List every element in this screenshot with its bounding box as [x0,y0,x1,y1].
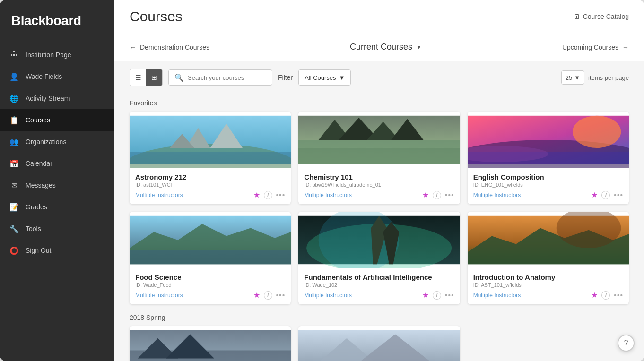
course-card-c6[interactable]: Introduction to Anatomy ID: AST_101_wfie… [468,212,629,304]
arrow-right-icon: → [622,43,629,51]
courses-area: Favorites Astronomy 212 ID: ast101_WCF M… [114,94,644,361]
course-card-c2[interactable]: Chemistry 101 ID: bbw19WFields_ultrademo… [298,112,460,204]
star-button-c5[interactable]: ★ [422,291,429,300]
svg-rect-5 [130,152,291,164]
sidebar-item-activity-stream[interactable]: 🌐 Activity Stream [0,87,114,109]
nav-next[interactable]: Upcoming Courses → [562,43,629,51]
more-button-c5[interactable]: ••• [445,291,454,300]
course-card-c5[interactable]: Fundamentals of Artificial Intelligence … [298,212,460,304]
card-id-c3: ID: ENG_101_wfields [473,182,623,188]
per-page-select[interactable]: 25 ▼ [561,70,584,85]
course-catalog-link[interactable]: 🗓 Course Catalog [574,13,629,20]
courses-icon: 📋 [9,115,19,125]
top-header: Courses 🗓 Course Catalog [114,0,644,33]
card-image-c5 [298,212,460,268]
star-button-c6[interactable]: ★ [591,291,598,300]
card-instructors-c6[interactable]: Multiple Instructors [473,292,521,299]
info-button-c3[interactable]: i [601,191,610,199]
card-instructors-c4[interactable]: Multiple Instructors [135,292,183,299]
info-button-c6[interactable]: i [601,291,610,300]
card-instructors-c2[interactable]: Multiple Instructors [304,192,352,198]
info-button-c5[interactable]: i [433,291,441,300]
search-box: 🔍 [168,69,272,86]
more-button-c1[interactable]: ••• [276,191,286,199]
course-card-c7[interactable] [130,326,291,361]
sidebar-item-label: Organizations [26,138,66,146]
sidebar-item-calendar[interactable]: 📅 Calendar [0,153,114,174]
institution-page-icon: 🏛 [9,50,19,60]
sidebar-item-label: Activity Stream [26,95,70,102]
card-title-c1: Astronomy 212 [135,173,285,181]
main-wrapper: Courses 🗓 Course Catalog ← Demonstration… [114,0,644,361]
info-button-c2[interactable]: i [433,191,441,199]
card-instructors-c1[interactable]: Multiple Instructors [135,192,183,198]
star-button-c2[interactable]: ★ [422,190,429,199]
calendar-icon: 📅 [9,159,19,168]
more-button-c4[interactable]: ••• [276,291,286,300]
course-card-c4[interactable]: Food Science ID: Wade_Food Multiple Inst… [130,212,291,304]
current-courses-label: Current Courses [350,42,412,52]
activity-stream-icon: 🌐 [9,94,19,103]
card-title-c6: Introduction to Anatomy [473,273,623,281]
help-button[interactable]: ? [618,335,635,352]
sidebar-item-courses[interactable]: 📋 Courses [0,109,114,131]
course-card-c8[interactable] [298,326,460,361]
search-input[interactable] [188,74,266,81]
sign-out-icon: ⭕ [9,246,19,255]
star-button-c1[interactable]: ★ [253,190,260,199]
sidebar-navigation: 🏛 Institution Page 👤 Wade Fields 🌐 Activ… [0,40,114,361]
card-footer-c1: Multiple Instructors ★ i ••• [135,190,285,199]
view-toggle: ☰ ⊞ [130,69,163,86]
star-button-c4[interactable]: ★ [253,291,260,300]
info-button-c4[interactable]: i [264,291,272,300]
nav-back[interactable]: ← Demonstration Courses [130,43,209,51]
card-body-c2: Chemistry 101 ID: bbw19WFields_ultrademo… [298,168,460,204]
more-button-c6[interactable]: ••• [614,291,623,300]
card-footer-c3: Multiple Instructors ★ i ••• [473,190,623,199]
more-button-c3[interactable]: ••• [614,191,623,199]
sidebar-item-tools[interactable]: 🔧 Tools [0,218,114,240]
card-title-c3: English Composition [473,173,623,181]
sidebar-item-messages[interactable]: ✉ Messages [0,174,114,196]
filter-dropdown[interactable]: All Courses ▼ [298,69,351,86]
card-title-c4: Food Science [135,273,285,281]
dropdown-arrow-icon: ▼ [416,44,422,51]
star-button-c3[interactable]: ★ [591,190,598,199]
course-card-c3[interactable]: English Composition ID: ENG_101_wfields … [468,112,629,204]
search-icon: 🔍 [174,73,184,82]
card-body-c6: Introduction to Anatomy ID: AST_101_wfie… [468,268,629,304]
card-image-c4 [130,212,291,268]
sidebar-item-organizations[interactable]: 👥 Organizations [0,131,114,153]
more-button-c2[interactable]: ••• [445,191,454,199]
course-grid-1 [130,326,629,361]
list-view-button[interactable]: ☰ [130,69,146,86]
card-footer-c6: Multiple Instructors ★ i ••• [473,291,623,300]
sidebar-item-institution-page[interactable]: 🏛 Institution Page [0,44,114,66]
sidebar-item-label: Messages [26,181,56,189]
organizations-icon: 👥 [9,137,19,146]
course-card-c1[interactable]: Astronomy 212 ID: ast101_WCF Multiple In… [130,112,291,204]
card-id-c6: ID: AST_101_wfields [473,282,623,288]
card-actions-c3: ★ i ••• [591,190,623,199]
svg-rect-20 [130,250,291,264]
card-body-c3: English Composition ID: ENG_101_wfields … [468,168,629,204]
nav-current[interactable]: Current Courses ▼ [350,42,422,52]
per-page-value: 25 [566,74,572,81]
sidebar-item-wade-fields[interactable]: 👤 Wade Fields [0,66,114,87]
courses-nav-bar: ← Demonstration Courses Current Courses … [114,33,644,61]
grid-view-button[interactable]: ⊞ [146,69,162,86]
per-page-dropdown-icon: ▼ [574,74,580,81]
svg-rect-12 [298,148,460,164]
sidebar-item-sign-out[interactable]: ⭕ Sign Out [0,240,114,261]
card-actions-c2: ★ i ••• [422,190,454,199]
info-button-c1[interactable]: i [264,191,272,199]
sidebar-item-grades[interactable]: 📝 Grades [0,196,114,218]
card-body-c1: Astronomy 212 ID: ast101_WCF Multiple In… [130,168,291,204]
toolbar: ☰ ⊞ 🔍 Filter All Courses ▼ 25 ▼ [114,61,644,94]
card-instructors-c3[interactable]: Multiple Instructors [473,192,521,198]
card-instructors-c5[interactable]: Multiple Instructors [304,292,352,299]
messages-icon: ✉ [9,180,19,190]
course-catalog-label: Course Catalog [583,13,629,20]
card-image-c7 [130,326,291,361]
next-label: Upcoming Courses [562,43,618,51]
